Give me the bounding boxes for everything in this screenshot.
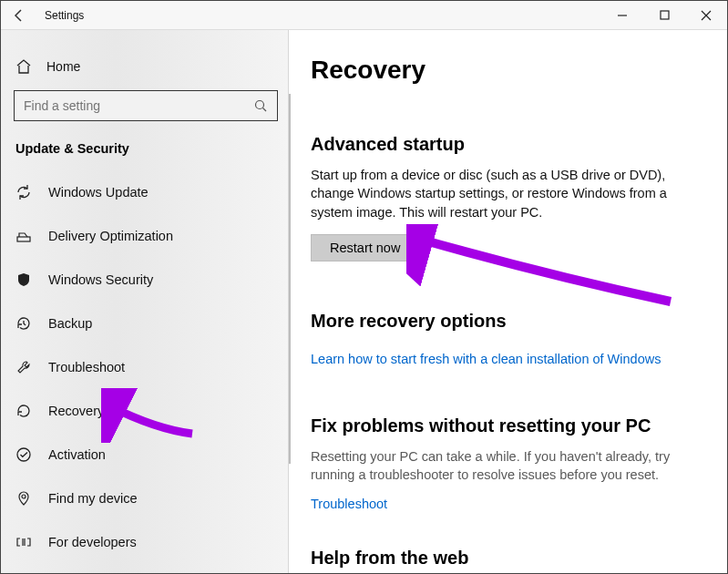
sidebar-item-label: Delivery Optimization (48, 229, 173, 243)
main-panel: Recovery Advanced startup Start up from … (288, 30, 727, 573)
fix-problems-body: Resetting your PC can take a while. If y… (311, 447, 693, 485)
maximize-button[interactable] (643, 1, 685, 30)
sidebar-item-label: Windows Update (48, 185, 149, 200)
page-title: Recovery (311, 56, 696, 85)
sidebar-item-label: Windows Security (48, 272, 153, 287)
sidebar-item-label: For developers (48, 535, 137, 549)
search-icon (253, 98, 268, 113)
recovery-icon (15, 403, 32, 419)
start-fresh-link[interactable]: Learn how to start fresh with a clean in… (311, 352, 696, 366)
sidebar-item-windows-update[interactable]: Windows Update (14, 172, 275, 212)
sidebar-item-activation[interactable]: Activation (14, 435, 275, 475)
troubleshoot-link[interactable]: Troubleshoot (311, 497, 696, 511)
sidebar-item-troubleshoot[interactable]: Troubleshoot (14, 347, 275, 387)
search-input[interactable] (24, 98, 253, 113)
location-icon (15, 490, 32, 507)
sidebar-item-find-my-device[interactable]: Find my device (14, 478, 275, 518)
advanced-startup-heading: Advanced startup (311, 134, 696, 155)
delivery-icon (15, 228, 32, 244)
sidebar-item-label: Troubleshoot (48, 360, 125, 374)
window-title: Settings (45, 9, 84, 22)
svg-point-5 (17, 448, 30, 461)
fix-problems-heading: Fix problems without resetting your PC (311, 415, 696, 436)
sidebar-item-delivery-optimization[interactable]: Delivery Optimization (14, 216, 275, 256)
sidebar-home-label: Home (46, 59, 80, 74)
sidebar-item-label: Activation (48, 447, 106, 462)
svg-point-2 (256, 101, 264, 109)
svg-rect-4 (17, 237, 30, 241)
sidebar-item-backup[interactable]: Backup (14, 303, 275, 343)
history-icon (15, 315, 32, 332)
sidebar-item-label: Backup (48, 316, 92, 331)
help-from-web-heading: Help from the web (311, 548, 696, 569)
svg-line-3 (263, 108, 267, 112)
sidebar-item-recovery[interactable]: Recovery (14, 391, 275, 431)
wrench-icon (15, 359, 32, 375)
sidebar-item-label: Recovery (48, 404, 104, 418)
titlebar: Settings (1, 1, 727, 30)
sidebar-item-for-developers[interactable]: For developers (14, 522, 275, 562)
sidebar-item-windows-security[interactable]: Windows Security (14, 260, 275, 300)
back-button[interactable] (1, 1, 37, 30)
code-icon (15, 534, 32, 550)
shield-icon (15, 272, 32, 288)
svg-point-6 (22, 495, 26, 498)
sidebar-home[interactable]: Home (14, 48, 275, 85)
search-box[interactable] (14, 90, 278, 121)
minimize-button[interactable] (601, 1, 643, 30)
home-icon (15, 58, 32, 75)
sidebar: Home Update & Security Windows Update De… (1, 30, 288, 573)
advanced-startup-body: Start up from a device or disc (such as … (311, 166, 693, 221)
sidebar-group-title: Update & Security (15, 141, 275, 156)
sidebar-item-label: Find my device (48, 491, 138, 506)
close-button[interactable] (685, 1, 727, 30)
svg-rect-1 (661, 11, 669, 19)
scroll-indicator (289, 94, 291, 464)
check-circle-icon (15, 446, 32, 463)
sync-icon (15, 184, 32, 200)
restart-now-button[interactable]: Restart now (311, 234, 419, 261)
more-recovery-heading: More recovery options (311, 311, 696, 332)
